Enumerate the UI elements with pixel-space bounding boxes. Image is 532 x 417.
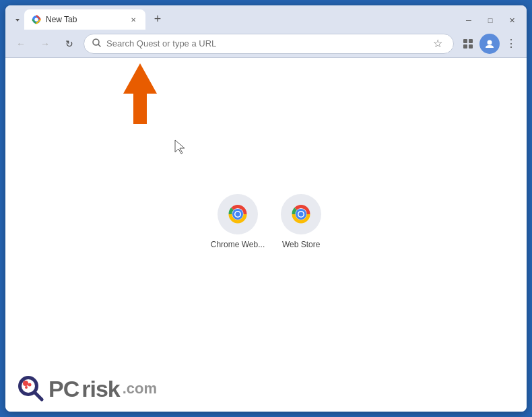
tab-left-controls <box>11 13 24 27</box>
svg-point-20 <box>22 379 35 393</box>
svg-point-23 <box>25 386 28 389</box>
tab-close-button[interactable]: ✕ <box>128 14 139 25</box>
svg-point-21 <box>23 381 28 386</box>
toolbar-right: ⋮ <box>458 34 521 54</box>
reload-button[interactable]: ↻ <box>59 34 79 54</box>
svg-point-18 <box>299 212 304 216</box>
mouse-cursor <box>174 139 187 158</box>
tab-favicon <box>31 14 42 25</box>
svg-rect-6 <box>469 39 473 43</box>
svg-marker-10 <box>123 63 157 124</box>
magnifier-icon <box>16 374 46 404</box>
svg-line-4 <box>98 44 100 46</box>
address-bar[interactable]: ☆ <box>84 34 454 54</box>
main-content: Chrome Web... Web Store <box>5 58 527 412</box>
active-tab[interactable]: New Tab ✕ <box>24 9 145 30</box>
maximize-button[interactable]: □ <box>481 13 500 27</box>
bookmark-button[interactable]: ☆ <box>430 37 445 50</box>
profile-button[interactable] <box>479 34 500 54</box>
svg-marker-0 <box>15 19 20 22</box>
tab-bar: New Tab ✕ + <box>24 5 459 30</box>
pcrisk-logo-text: PC risk .com <box>48 376 157 402</box>
tab-list-dropdown-button[interactable] <box>11 13 24 27</box>
toolbar: ← → ↻ ☆ <box>5 30 527 58</box>
web-store-icon <box>281 194 321 234</box>
extensions-button[interactable] <box>458 34 478 54</box>
browser-window: New Tab ✕ + ─ □ ✕ ← → ↻ ☆ <box>5 5 527 412</box>
svg-point-22 <box>28 383 32 387</box>
pc-text: PC <box>48 376 79 402</box>
tab-title: New Tab <box>46 15 124 24</box>
shortcut-web-store[interactable]: Web Store <box>281 194 321 249</box>
risk-text: risk <box>81 376 120 402</box>
svg-point-2 <box>34 18 38 21</box>
minimize-button[interactable]: ─ <box>459 13 478 27</box>
svg-rect-8 <box>469 44 473 49</box>
window-controls: ─ □ ✕ <box>459 13 521 27</box>
menu-button[interactable]: ⋮ <box>501 34 521 54</box>
shortcut-chrome-web[interactable]: Chrome Web... <box>211 194 265 249</box>
address-input[interactable] <box>106 38 425 49</box>
new-tab-button[interactable]: + <box>148 9 167 28</box>
chrome-web-store-icon <box>218 194 258 234</box>
svg-point-14 <box>235 212 240 216</box>
dot-com-text: .com <box>123 380 157 397</box>
svg-point-9 <box>488 40 492 44</box>
tab-list: New Tab ✕ <box>24 5 145 30</box>
svg-rect-5 <box>463 39 467 43</box>
forward-button[interactable]: → <box>35 34 55 54</box>
shortcut-web-store-label: Web Store <box>282 240 320 249</box>
search-icon <box>92 38 101 49</box>
shortcut-chrome-web-label: Chrome Web... <box>211 240 265 249</box>
close-button[interactable]: ✕ <box>502 13 521 27</box>
title-bar: New Tab ✕ + ─ □ ✕ <box>5 5 527 30</box>
svg-line-24 <box>35 393 42 399</box>
pcrisk-watermark: PC risk .com <box>16 374 157 404</box>
back-button[interactable]: ← <box>11 34 31 54</box>
shortcuts-row: Chrome Web... Web Store <box>211 194 321 249</box>
svg-rect-7 <box>463 44 467 49</box>
arrow-annotation <box>113 63 167 124</box>
